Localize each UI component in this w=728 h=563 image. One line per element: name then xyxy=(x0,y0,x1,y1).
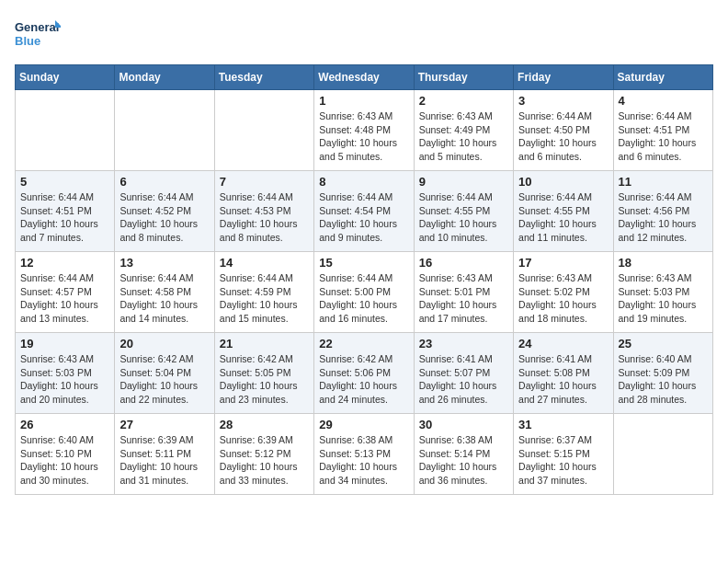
day-number: 18 xyxy=(619,256,708,270)
calendar-cell xyxy=(214,90,313,171)
calendar-cell: 22Sunrise: 6:42 AMSunset: 5:06 PMDayligh… xyxy=(314,333,414,414)
calendar-week: 19Sunrise: 6:43 AMSunset: 5:03 PMDayligh… xyxy=(16,333,713,414)
day-info: Sunrise: 6:44 AMSunset: 5:00 PMDaylight:… xyxy=(319,271,408,326)
day-number: 4 xyxy=(619,94,708,108)
calendar-cell: 28Sunrise: 6:39 AMSunset: 5:12 PMDayligh… xyxy=(214,414,313,495)
calendar-cell: 13Sunrise: 6:44 AMSunset: 4:58 PMDayligh… xyxy=(115,252,214,333)
weekday-header: Wednesday xyxy=(314,65,414,90)
day-info: Sunrise: 6:42 AMSunset: 5:04 PMDaylight:… xyxy=(119,352,209,407)
calendar-cell: 19Sunrise: 6:43 AMSunset: 5:03 PMDayligh… xyxy=(16,333,115,414)
day-info: Sunrise: 6:44 AMSunset: 4:51 PMDaylight:… xyxy=(20,190,109,245)
day-number: 31 xyxy=(518,418,608,431)
calendar-cell: 18Sunrise: 6:43 AMSunset: 5:03 PMDayligh… xyxy=(613,252,712,333)
day-number: 30 xyxy=(419,418,508,431)
day-number: 1 xyxy=(319,94,408,108)
day-number: 29 xyxy=(319,418,408,431)
weekday-header: Sunday xyxy=(16,65,115,90)
day-number: 23 xyxy=(419,337,508,350)
calendar-cell xyxy=(16,90,115,171)
day-number: 24 xyxy=(518,337,608,350)
logo: General Blue xyxy=(15,15,61,55)
day-number: 14 xyxy=(220,256,309,270)
day-info: Sunrise: 6:44 AMSunset: 4:53 PMDaylight:… xyxy=(220,190,309,245)
day-info: Sunrise: 6:41 AMSunset: 5:07 PMDaylight:… xyxy=(419,352,508,407)
day-number: 22 xyxy=(319,337,408,350)
calendar-cell: 9Sunrise: 6:44 AMSunset: 4:55 PMDaylight… xyxy=(414,171,513,252)
calendar-cell: 10Sunrise: 6:44 AMSunset: 4:55 PMDayligh… xyxy=(514,171,613,252)
day-number: 20 xyxy=(119,337,209,350)
svg-text:General: General xyxy=(15,20,59,34)
calendar-week: 12Sunrise: 6:44 AMSunset: 4:57 PMDayligh… xyxy=(16,252,713,333)
calendar-cell: 7Sunrise: 6:44 AMSunset: 4:53 PMDaylight… xyxy=(214,171,313,252)
day-number: 21 xyxy=(220,337,309,350)
day-info: Sunrise: 6:44 AMSunset: 4:56 PMDaylight:… xyxy=(619,190,708,245)
calendar-cell xyxy=(115,90,214,171)
calendar-cell: 14Sunrise: 6:44 AMSunset: 4:59 PMDayligh… xyxy=(214,252,313,333)
day-info: Sunrise: 6:39 AMSunset: 5:11 PMDaylight:… xyxy=(119,433,209,488)
calendar-cell: 29Sunrise: 6:38 AMSunset: 5:13 PMDayligh… xyxy=(314,414,414,495)
day-info: Sunrise: 6:40 AMSunset: 5:09 PMDaylight:… xyxy=(619,352,708,407)
calendar-cell: 6Sunrise: 6:44 AMSunset: 4:52 PMDaylight… xyxy=(115,171,214,252)
page-header: General Blue xyxy=(15,15,713,55)
weekday-header: Monday xyxy=(115,65,214,90)
logo-svg: General Blue xyxy=(15,15,61,55)
day-info: Sunrise: 6:44 AMSunset: 4:58 PMDaylight:… xyxy=(119,271,209,326)
day-info: Sunrise: 6:44 AMSunset: 4:55 PMDaylight:… xyxy=(518,190,608,245)
day-info: Sunrise: 6:43 AMSunset: 5:03 PMDaylight:… xyxy=(20,352,109,407)
day-info: Sunrise: 6:42 AMSunset: 5:06 PMDaylight:… xyxy=(319,352,408,407)
svg-text:Blue: Blue xyxy=(15,34,40,48)
calendar-week: 5Sunrise: 6:44 AMSunset: 4:51 PMDaylight… xyxy=(16,171,713,252)
day-number: 5 xyxy=(20,175,109,189)
calendar-week: 1Sunrise: 6:43 AMSunset: 4:48 PMDaylight… xyxy=(16,90,713,171)
calendar-cell: 2Sunrise: 6:43 AMSunset: 4:49 PMDaylight… xyxy=(414,90,513,171)
day-number: 28 xyxy=(220,418,309,431)
calendar-cell: 4Sunrise: 6:44 AMSunset: 4:51 PMDaylight… xyxy=(613,90,712,171)
day-info: Sunrise: 6:44 AMSunset: 4:57 PMDaylight:… xyxy=(20,271,109,326)
day-info: Sunrise: 6:43 AMSunset: 4:49 PMDaylight:… xyxy=(419,109,508,164)
day-number: 8 xyxy=(319,175,408,189)
day-number: 9 xyxy=(419,175,508,189)
day-info: Sunrise: 6:43 AMSunset: 5:02 PMDaylight:… xyxy=(518,271,608,326)
weekday-header: Tuesday xyxy=(214,65,313,90)
day-info: Sunrise: 6:44 AMSunset: 4:52 PMDaylight:… xyxy=(119,190,209,245)
day-info: Sunrise: 6:40 AMSunset: 5:10 PMDaylight:… xyxy=(20,433,109,488)
day-number: 19 xyxy=(20,337,109,350)
weekday-header: Thursday xyxy=(414,65,513,90)
calendar-cell xyxy=(613,414,712,495)
calendar-cell: 8Sunrise: 6:44 AMSunset: 4:54 PMDaylight… xyxy=(314,171,414,252)
day-info: Sunrise: 6:43 AMSunset: 4:48 PMDaylight:… xyxy=(319,109,408,164)
day-number: 13 xyxy=(119,256,209,270)
day-info: Sunrise: 6:44 AMSunset: 4:50 PMDaylight:… xyxy=(518,109,608,164)
day-number: 15 xyxy=(319,256,408,270)
day-number: 16 xyxy=(419,256,508,270)
day-info: Sunrise: 6:38 AMSunset: 5:13 PMDaylight:… xyxy=(319,433,408,488)
day-info: Sunrise: 6:44 AMSunset: 4:51 PMDaylight:… xyxy=(619,109,708,164)
calendar-cell: 11Sunrise: 6:44 AMSunset: 4:56 PMDayligh… xyxy=(613,171,712,252)
day-number: 3 xyxy=(518,94,608,108)
day-info: Sunrise: 6:44 AMSunset: 4:55 PMDaylight:… xyxy=(419,190,508,245)
calendar-cell: 17Sunrise: 6:43 AMSunset: 5:02 PMDayligh… xyxy=(514,252,613,333)
day-info: Sunrise: 6:37 AMSunset: 5:15 PMDaylight:… xyxy=(518,433,608,488)
day-number: 10 xyxy=(518,175,608,189)
day-number: 11 xyxy=(619,175,708,189)
calendar-cell: 25Sunrise: 6:40 AMSunset: 5:09 PMDayligh… xyxy=(613,333,712,414)
day-info: Sunrise: 6:43 AMSunset: 5:03 PMDaylight:… xyxy=(619,271,708,326)
weekday-header: Friday xyxy=(514,65,613,90)
calendar-cell: 27Sunrise: 6:39 AMSunset: 5:11 PMDayligh… xyxy=(115,414,214,495)
day-number: 27 xyxy=(119,418,209,431)
calendar-cell: 1Sunrise: 6:43 AMSunset: 4:48 PMDaylight… xyxy=(314,90,414,171)
day-info: Sunrise: 6:43 AMSunset: 5:01 PMDaylight:… xyxy=(419,271,508,326)
calendar-cell: 24Sunrise: 6:41 AMSunset: 5:08 PMDayligh… xyxy=(514,333,613,414)
calendar-cell: 23Sunrise: 6:41 AMSunset: 5:07 PMDayligh… xyxy=(414,333,513,414)
calendar-cell: 20Sunrise: 6:42 AMSunset: 5:04 PMDayligh… xyxy=(115,333,214,414)
calendar-cell: 30Sunrise: 6:38 AMSunset: 5:14 PMDayligh… xyxy=(414,414,513,495)
day-info: Sunrise: 6:42 AMSunset: 5:05 PMDaylight:… xyxy=(220,352,309,407)
calendar: SundayMondayTuesdayWednesdayThursdayFrid… xyxy=(15,64,713,495)
day-number: 2 xyxy=(419,94,508,108)
calendar-cell: 16Sunrise: 6:43 AMSunset: 5:01 PMDayligh… xyxy=(414,252,513,333)
calendar-week: 26Sunrise: 6:40 AMSunset: 5:10 PMDayligh… xyxy=(16,414,713,495)
weekday-header: Saturday xyxy=(613,65,712,90)
calendar-cell: 5Sunrise: 6:44 AMSunset: 4:51 PMDaylight… xyxy=(16,171,115,252)
calendar-header: SundayMondayTuesdayWednesdayThursdayFrid… xyxy=(16,65,713,90)
day-number: 7 xyxy=(220,175,309,189)
